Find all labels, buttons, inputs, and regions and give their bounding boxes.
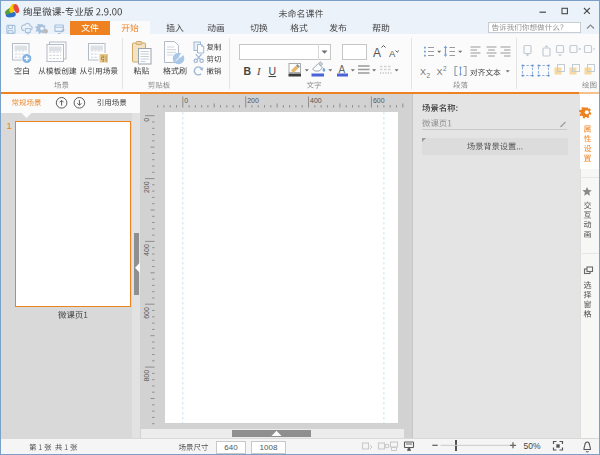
svg-text:A: A — [389, 48, 396, 59]
svg-text:1008: 1008 — [260, 443, 278, 452]
svg-text:200: 200 — [247, 97, 259, 104]
svg-text:0: 0 — [144, 118, 151, 122]
svg-text:I: I — [256, 66, 261, 77]
svg-text:50%: 50% — [524, 441, 541, 451]
svg-text:200: 200 — [144, 181, 151, 193]
svg-text:400: 400 — [310, 97, 322, 104]
svg-text:X: X — [437, 67, 443, 77]
svg-text:640: 640 — [224, 443, 238, 452]
svg-text:800: 800 — [144, 370, 151, 382]
svg-text:U: U — [269, 65, 277, 77]
svg-text:400: 400 — [144, 244, 151, 256]
svg-text:2: 2 — [443, 65, 447, 72]
svg-text:A: A — [373, 46, 381, 60]
svg-text:B: B — [244, 65, 252, 77]
svg-text:X: X — [420, 67, 426, 77]
svg-text:2: 2 — [427, 72, 431, 79]
svg-text:600: 600 — [144, 307, 151, 319]
svg-text:A: A — [339, 64, 346, 75]
svg-text:0: 0 — [184, 97, 188, 104]
svg-text:600: 600 — [373, 97, 385, 104]
svg-text:1: 1 — [7, 120, 12, 131]
